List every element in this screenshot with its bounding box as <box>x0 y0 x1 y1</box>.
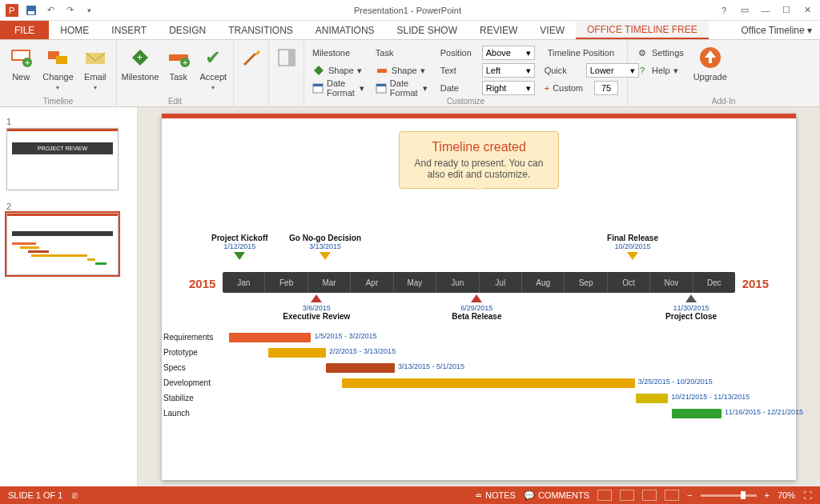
calendar-icon <box>312 82 324 94</box>
qat-more-icon[interactable]: ▾ <box>80 2 98 18</box>
tab-file[interactable]: FILE <box>0 21 49 39</box>
tab-animations[interactable]: ANIMATIONS <box>304 21 386 39</box>
gantt-task-label: Specs <box>162 363 221 372</box>
task-button[interactable]: + Task <box>163 43 194 94</box>
zoom-out-button[interactable]: − <box>687 490 692 500</box>
gantt-bar <box>268 348 326 358</box>
gantt-row: Development3/25/2015 - 10/20/2015 <box>162 375 764 390</box>
task-shape-button[interactable]: Shape ▾ <box>372 62 431 78</box>
app-icon: P <box>3 2 21 18</box>
milestone-bottom: 3/6/2015Executive Review <box>280 294 352 321</box>
gantt-dates: 3/13/2015 - 5/1/2015 <box>398 362 464 370</box>
milestone-date-format-button[interactable]: Date Format ▾ <box>309 80 368 96</box>
diamond-icon <box>312 64 325 77</box>
month-cell: Jan <box>223 272 265 293</box>
zoom-in-button[interactable]: + <box>765 490 770 500</box>
svg-rect-25 <box>376 84 386 86</box>
notes-button[interactable]: ≐NOTES <box>475 490 516 501</box>
callout-title: Timeline created <box>409 140 549 154</box>
tab-review[interactable]: REVIEW <box>468 21 529 39</box>
quick-label: Quick <box>545 66 583 75</box>
normal-view-icon[interactable] <box>597 490 612 501</box>
reading-view-icon[interactable] <box>642 490 657 501</box>
help-icon: ? <box>636 64 649 77</box>
upgrade-button[interactable]: Upgrade <box>692 43 729 94</box>
minimize-icon[interactable]: — <box>759 6 772 15</box>
gantt-row: Prototype2/2/2015 - 3/13/2015 <box>162 345 764 360</box>
month-cell: Jun <box>436 272 479 293</box>
tab-insert[interactable]: INSERT <box>100 21 158 39</box>
slideshow-view-icon[interactable] <box>665 490 679 501</box>
task-date-format-button[interactable]: Date Format ▾ <box>372 80 431 96</box>
comments-button[interactable]: 💬COMMENTS <box>524 490 589 501</box>
ribbon-display-icon[interactable]: ▭ <box>738 5 751 15</box>
milestone-shape-button[interactable]: Shape ▾ <box>309 62 368 78</box>
date-position-select[interactable]: Right▾ <box>482 81 535 95</box>
office-timeline-menu[interactable]: Office Timeline ▾ <box>734 21 820 39</box>
gantt-dates: 10/21/2015 - 11/13/2015 <box>671 393 750 401</box>
gantt-dates: 11/16/2015 - 12/21/2015 <box>725 408 803 416</box>
customize-milestone-label: Milestone <box>309 45 368 61</box>
new-button[interactable]: + New <box>5 43 37 94</box>
group-label-edit: Edit <box>117 97 233 106</box>
milestone-button[interactable]: + Milestone <box>122 43 159 94</box>
redo-icon[interactable]: ↷ <box>61 2 78 18</box>
tab-office-timeline-free[interactable]: OFFICE TIMELINE FREE <box>576 21 709 39</box>
task-pane-button[interactable] <box>274 43 299 94</box>
callout-body: And ready to present. You can also edit … <box>409 158 549 180</box>
position-label: Position <box>440 48 479 58</box>
gantt-bar <box>229 333 311 342</box>
fit-to-window-icon[interactable]: ⛶ <box>803 490 812 500</box>
gantt-row: Launch11/16/2015 - 12/21/2015 <box>162 406 764 421</box>
milestone-bottom: 11/30/2015Project Close <box>655 294 727 321</box>
svg-marker-20 <box>314 66 324 75</box>
email-button[interactable]: Email▾ <box>79 43 111 94</box>
custom-input[interactable]: 75 <box>594 81 618 95</box>
svg-text:+: + <box>183 58 187 67</box>
status-bar: SLIDE 1 OF 1 ⎚ ≐NOTES 💬COMMENTS − + 70% … <box>0 486 820 504</box>
slide-thumb-1[interactable]: PROJECT REVIEW <box>6 128 119 190</box>
zoom-slider[interactable] <box>701 494 757 497</box>
accept-button[interactable]: ✔ Accept▾ <box>199 43 229 94</box>
month-cell: Oct <box>608 272 650 293</box>
tab-home[interactable]: HOME <box>49 21 100 39</box>
tab-view[interactable]: VIEW <box>529 21 576 39</box>
sorter-view-icon[interactable] <box>620 490 634 501</box>
gantt-bar <box>672 409 722 418</box>
save-icon[interactable] <box>22 2 40 18</box>
language-indicator[interactable]: ⎚ <box>72 490 78 500</box>
help-button[interactable]: ?Help ▾ <box>633 62 687 78</box>
custom-label: Custom <box>553 83 591 93</box>
change-button[interactable]: Change▾ <box>42 43 74 94</box>
gantt-bar <box>342 378 634 388</box>
customize-task-label: Task <box>372 45 431 61</box>
timeline-position-label: Timeline Position <box>545 45 639 61</box>
zoom-level: 70% <box>778 490 795 500</box>
milestone-top: Go No-go Decision3/13/2015 <box>289 234 361 260</box>
svg-text:P: P <box>9 6 14 15</box>
close-icon[interactable]: ✕ <box>801 5 814 15</box>
position-select[interactable]: Above▾ <box>482 46 535 60</box>
slide-thumb-2[interactable] <box>6 213 119 275</box>
style-button[interactable] <box>239 43 264 94</box>
gantt-dates: 1/5/2015 - 3/2/2015 <box>314 332 376 340</box>
svg-rect-19 <box>288 50 295 66</box>
milestone-top: Final Release10/20/2015 <box>597 234 669 260</box>
maximize-icon[interactable]: ☐ <box>780 5 793 15</box>
text-position-select[interactable]: Left▾ <box>482 63 535 78</box>
tab-design[interactable]: DESIGN <box>158 21 217 39</box>
gantt-row: Stabilize10/21/2015 - 11/13/2015 <box>162 390 764 406</box>
tab-transitions[interactable]: TRANSITIONS <box>217 21 304 39</box>
milestone-bottom: 6/29/2015Beta Release <box>440 294 512 321</box>
group-label-customize: Customize <box>304 97 627 106</box>
month-cell: Nov <box>650 272 693 293</box>
tab-slide-show[interactable]: SLIDE SHOW <box>386 21 468 39</box>
help-icon[interactable]: ? <box>718 6 730 15</box>
gantt-bar <box>326 363 395 373</box>
svg-line-16 <box>244 54 255 65</box>
undo-icon[interactable]: ↶ <box>42 2 59 18</box>
settings-button[interactable]: ⚙Settings <box>633 45 687 61</box>
window-title: Presentation1 - PowerPoint <box>98 6 718 15</box>
gantt-bar <box>636 394 668 403</box>
gantt-task-label: Requirements <box>162 333 221 342</box>
